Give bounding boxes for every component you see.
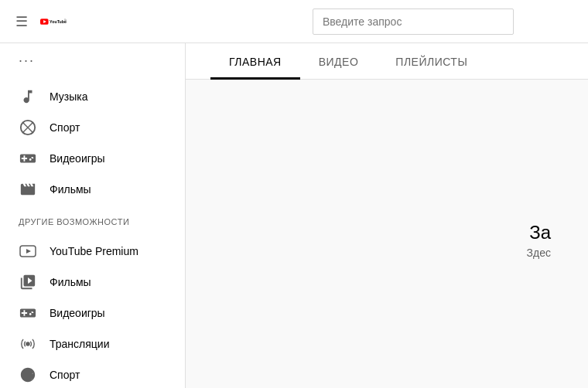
sidebar-item-films2[interactable]: Фильмы [0, 267, 185, 298]
sport-icon [19, 118, 37, 137]
sidebar-item-games2[interactable]: Видеоигры [0, 298, 185, 328]
sidebar-item-films[interactable]: Фильмы [0, 174, 185, 205]
main-content: ГЛАВНАЯ ВИДЕО ПЛЕЙЛИСТЫ За Здес [186, 43, 588, 388]
header-left: ☰ YouTube UA [12, 10, 67, 33]
sidebar-item-youtube-premium-label: YouTube Premium [50, 245, 138, 257]
svg-marker-6 [26, 249, 31, 254]
empty-state-subtitle: Здес [527, 247, 551, 259]
search-input[interactable] [313, 9, 514, 35]
svg-point-7 [26, 342, 30, 346]
sidebar-item-broadcasts[interactable]: Трансляции [0, 328, 185, 359]
sidebar-dots: ··· [0, 49, 185, 75]
sidebar-item-sport-label: Спорт [50, 121, 80, 134]
sidebar-item-broadcasts-label: Трансляции [50, 338, 109, 350]
sidebar-item-music[interactable]: Музыка [0, 81, 185, 112]
broadcasts-icon [19, 335, 37, 353]
sidebar-item-films-label: Фильмы [50, 183, 91, 196]
empty-state: За Здес [210, 98, 563, 259]
tabs-bar: ГЛАВНАЯ ВИДЕО ПЛЕЙЛИСТЫ [186, 43, 588, 80]
hamburger-icon[interactable]: ☰ [12, 10, 31, 33]
sidebar-item-music-label: Музыка [50, 90, 88, 103]
sidebar-top-section: Музыка Спорт Видеоигры Фил [0, 75, 185, 211]
youtube-premium-icon [19, 242, 37, 260]
sidebar-item-games[interactable]: Видеоигры [0, 143, 185, 174]
empty-state-title: За [529, 222, 551, 243]
tab-video[interactable]: ВИДЕО [300, 43, 378, 80]
music-icon [19, 87, 37, 106]
sidebar-item-sport2-label: Спорт [50, 369, 80, 381]
body: ··· Музыка Спорт Видео [0, 43, 588, 388]
sidebar-item-films2-label: Фильмы [50, 276, 91, 288]
sidebar-item-sport[interactable]: Спорт [0, 112, 185, 143]
tab-playlists[interactable]: ПЛЕЙЛИСТЫ [377, 43, 486, 80]
sidebar-section-label: ДРУГИЕ ВОЗМОЖНОСТИ [0, 211, 185, 230]
games-icon [19, 149, 37, 168]
content-area: За Здес [186, 80, 588, 277]
tab-main[interactable]: ГЛАВНАЯ [210, 43, 300, 80]
youtube-logo[interactable]: YouTube UA [40, 12, 67, 31]
sidebar: ··· Музыка Спорт Видео [0, 43, 186, 388]
games2-icon [19, 304, 37, 322]
sidebar-item-games-label: Видеоигры [50, 152, 105, 165]
sidebar-item-sport2[interactable]: Спорт [0, 359, 185, 388]
youtube-logo-svg: YouTube UA [40, 12, 67, 31]
films-icon [19, 180, 37, 199]
sidebar-other-section: YouTube Premium Фильмы Видеоигры [0, 230, 185, 388]
sport2-icon [19, 366, 37, 384]
films2-icon [19, 273, 37, 291]
sidebar-item-games2-label: Видеоигры [50, 307, 105, 319]
svg-text:UA: UA [64, 19, 67, 22]
sidebar-item-youtube-premium[interactable]: YouTube Premium [0, 236, 185, 267]
header: ☰ YouTube UA [0, 0, 588, 43]
header-search [313, 9, 514, 35]
